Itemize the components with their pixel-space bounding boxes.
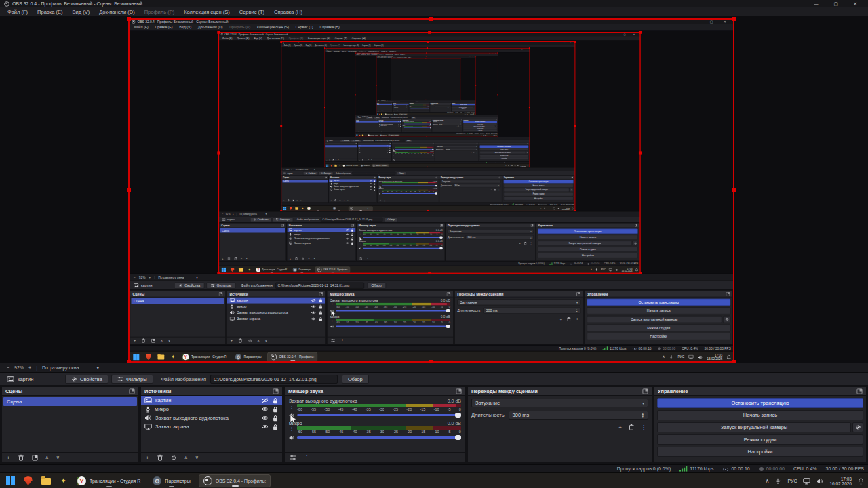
- network-icon[interactable]: [553, 207, 556, 209]
- mixer-menu-button[interactable]: ⋮: [384, 199, 386, 201]
- transition-menu-button[interactable]: ⋮: [476, 152, 477, 153]
- mute-toggle-icon[interactable]: [289, 413, 294, 418]
- add-source-button[interactable]: +: [146, 455, 149, 461]
- scene-up-button[interactable]: ∧: [363, 131, 363, 131]
- lock-icon[interactable]: [408, 107, 408, 108]
- settings-button[interactable]: Настройки: [538, 253, 638, 258]
- taskbar-app-obs[interactable]: OBS 32.0.4 - Профиль:: [349, 207, 373, 211]
- visibility-icon[interactable]: [387, 152, 389, 153]
- add-scene-button[interactable]: +: [326, 159, 327, 161]
- source-down-button[interactable]: ∨: [347, 199, 349, 201]
- source-row-screen-capture[interactable]: Захват экрана: [287, 241, 355, 245]
- clock[interactable]: 17:03 16.02.2026: [521, 165, 526, 167]
- app-icon-spark[interactable]: ✦: [338, 164, 341, 167]
- advanced-audio-button[interactable]: [403, 131, 404, 131]
- captured-image-source[interactable]: OBS 32.0.4 - Профиль: Безымянный - Сцены…: [218, 33, 640, 274]
- app-icon-spark[interactable]: ✦: [247, 267, 252, 272]
- zoom-out-button[interactable]: −: [7, 365, 9, 370]
- virtual-camera-button[interactable]: Запуск виртуальной камеры: [538, 241, 632, 245]
- fit-mode-dropdown[interactable]: По размеру окна ▾: [158, 275, 198, 279]
- tray-microphone-icon[interactable]: [544, 207, 546, 209]
- start-button[interactable]: [221, 267, 226, 272]
- language-indicator[interactable]: РУС: [511, 165, 513, 166]
- fit-mode-dropdown[interactable]: По размеру окна ▾: [42, 365, 99, 371]
- add-source-button[interactable]: +: [231, 338, 233, 342]
- mute-toggle-icon[interactable]: [289, 435, 294, 441]
- browse-button[interactable]: Обзор: [406, 140, 412, 142]
- menu-scene-collection[interactable]: Коллекция сцен (S): [254, 24, 292, 30]
- remove-source-button[interactable]: [381, 131, 382, 132]
- lock-icon[interactable]: [373, 186, 375, 188]
- visibility-icon[interactable]: [387, 150, 389, 151]
- volume-slider[interactable]: [336, 326, 450, 327]
- taskbar-app-obs[interactable]: OBS 32.0.4 - Профиль:: [315, 266, 351, 272]
- properties-button[interactable]: Свойства: [250, 218, 271, 222]
- mixer-menu-button[interactable]: ⋮: [405, 131, 406, 132]
- add-scene-button[interactable]: +: [7, 455, 10, 461]
- add-scene-button[interactable]: +: [134, 338, 136, 342]
- mute-toggle-icon[interactable]: [359, 247, 361, 250]
- app-icon-spark[interactable]: ✦: [58, 476, 68, 486]
- explorer-icon[interactable]: [362, 134, 363, 136]
- image-file-path-field[interactable]: C:/Users/дом/Pictures/2026-01-12_14.32.0…: [374, 140, 404, 142]
- tray-expand-chevron[interactable]: ∧: [540, 207, 542, 209]
- menu-view[interactable]: Вид (V): [252, 36, 264, 40]
- captured-image-source[interactable]: OBS 32.0.4 - Профиль: Безымянный - Сцены…: [281, 42, 575, 211]
- visibility-off-icon[interactable]: [370, 180, 372, 182]
- browse-button[interactable]: Обзор: [342, 375, 369, 384]
- remove-scene-button[interactable]: [329, 159, 330, 161]
- visibility-icon[interactable]: [345, 237, 349, 240]
- popout-icon[interactable]: [273, 388, 279, 394]
- source-properties-button[interactable]: [365, 159, 366, 161]
- taskbar-app-settings[interactable]: ⚙ Параметры: [360, 164, 371, 167]
- virtual-camera-config-button[interactable]: [633, 241, 638, 245]
- popout-icon[interactable]: [726, 291, 730, 296]
- transition-select[interactable]: Затухание ▾: [457, 299, 580, 305]
- network-icon[interactable]: [514, 165, 516, 166]
- filters-button[interactable]: Фильтры: [206, 282, 235, 288]
- scene-filters-button[interactable]: [332, 159, 334, 161]
- scene-filters-button[interactable]: [151, 338, 155, 342]
- menu-edit[interactable]: Правка (E): [33, 7, 67, 16]
- lock-icon[interactable]: [389, 145, 391, 146]
- popout-icon[interactable]: [571, 176, 573, 178]
- drag-handle-icon[interactable]: ⋮: [289, 426, 294, 434]
- scene-filters-button[interactable]: [234, 257, 237, 260]
- scene-filters-button[interactable]: [360, 131, 361, 132]
- visibility-off-icon[interactable]: [261, 397, 269, 403]
- add-scene-button[interactable]: +: [283, 199, 285, 201]
- popout-icon[interactable]: [319, 291, 323, 296]
- stop-streaming-button[interactable]: Остановить трансляцию: [538, 229, 638, 234]
- lock-icon[interactable]: [373, 182, 375, 184]
- source-properties-button[interactable]: [171, 455, 177, 461]
- properties-button[interactable]: Свойства: [65, 375, 108, 384]
- clock[interactable]: 17:03 16.02.2026: [562, 207, 570, 210]
- advanced-audio-button[interactable]: [393, 159, 395, 161]
- captured-image-source[interactable]: OBS 32.0.4 - Профиль: Безымянный - Сцены…: [325, 48, 530, 167]
- visibility-icon[interactable]: [311, 317, 316, 321]
- notifications-bell-icon[interactable]: [858, 478, 864, 485]
- filters-button[interactable]: Фильтры: [273, 218, 293, 222]
- source-row-mic[interactable]: микро: [141, 405, 282, 413]
- popout-icon[interactable]: [642, 388, 648, 394]
- remove-transition-button[interactable]: [524, 241, 527, 245]
- mute-toggle-icon[interactable]: [379, 192, 381, 195]
- scene-down-button[interactable]: ∨: [338, 159, 339, 161]
- transition-select[interactable]: Затухание ▾: [448, 229, 534, 233]
- source-properties-button[interactable]: [248, 338, 252, 342]
- source-up-button[interactable]: ∧: [368, 159, 369, 161]
- remove-source-button[interactable]: [361, 159, 363, 161]
- properties-button[interactable]: Свойства: [303, 171, 318, 175]
- zoom-in-button[interactable]: +: [149, 276, 151, 279]
- duration-spinbox[interactable]: 300 ms ▲▼: [439, 123, 462, 125]
- drag-handle-icon[interactable]: ⋮: [359, 232, 361, 236]
- mixer-menu-button[interactable]: ⋮: [397, 159, 398, 161]
- visibility-icon[interactable]: [261, 406, 269, 412]
- transition-menu-button[interactable]: ⋮: [641, 424, 646, 430]
- virtual-camera-config-button[interactable]: [570, 188, 573, 192]
- close-button[interactable]: ✕: [724, 19, 726, 24]
- captured-image-source[interactable]: OBS 32.0.4 - Профиль: Безымянный - Сцены…: [376, 56, 476, 115]
- tray-expand-chevron[interactable]: ∧: [591, 268, 593, 271]
- studio-mode-button[interactable]: Режим студии: [480, 155, 529, 157]
- drag-handle-icon[interactable]: ⋮: [359, 243, 361, 247]
